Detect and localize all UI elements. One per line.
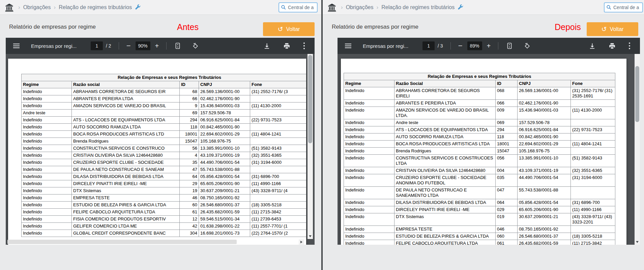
table-cell: Indefinido — [22, 180, 72, 187]
voltar-button[interactable]: ↺ Voltar — [263, 22, 315, 36]
toolbar-divider — [119, 42, 119, 50]
wrench-icon[interactable] — [457, 4, 464, 10]
table-cell: Indefinido — [344, 100, 394, 107]
table-cell: DE PAULA NETO CONSTRUCAO E SANEAMENTO LT… — [394, 187, 496, 199]
col-header-razao-social: Razão social — [72, 81, 180, 88]
zoom-out-icon[interactable]: − — [458, 41, 463, 50]
table-cell: 15047 — [496, 148, 518, 155]
table-cell: ESTUDIO DE BELEZA PIRES & GARCIA LTDA — [394, 233, 496, 240]
table-cell: (18) 3305-5218 — [250, 202, 306, 209]
scroll-down-button[interactable] — [635, 239, 640, 245]
print-icon[interactable] — [283, 42, 290, 50]
table-cell: Indefinido — [22, 124, 72, 131]
table-cell: 30.637.209/0001-21 — [199, 187, 250, 194]
table-cell: ESTUDIO DE BELEZA PIRES & GARCIA LTDA — [72, 202, 180, 209]
table-cell: (11) 4130-2000 — [571, 107, 615, 119]
search-icon — [606, 5, 612, 10]
breadcrumb-separator: › — [54, 4, 56, 11]
page-number-input[interactable]: 1 — [422, 41, 435, 50]
table-cell: 22.694.602/0001-29 — [518, 141, 571, 148]
scroll-down-button[interactable] — [308, 234, 313, 239]
toolbar-divider — [498, 42, 498, 50]
page-number-input[interactable]: 1 — [91, 41, 103, 50]
table-cell: (31) 3194-6000 — [571, 174, 615, 187]
fit-to-page-icon[interactable] — [174, 42, 181, 50]
table-cell: Indefinido — [344, 119, 394, 126]
table-row: IndefinidoCONSTRUCTIVA SERVICOS E CONSTR… — [22, 145, 306, 152]
more-vertical-icon[interactable] — [628, 42, 631, 50]
breadcrumb-item-obrigacoes[interactable]: Obrigações — [346, 4, 374, 10]
zoom-out-icon[interactable]: − — [126, 41, 131, 50]
print-icon[interactable] — [609, 42, 616, 50]
table-cell: 26.435.682/0001-59 — [518, 240, 571, 245]
voltar-button[interactable]: ↺ Voltar — [587, 22, 638, 36]
table-cell: DILASA DISTRIBUIDORA DE BEBIDAS LTDA — [72, 173, 180, 180]
voltar-label: Voltar — [286, 26, 300, 32]
table-cell: Indefinido — [22, 173, 72, 180]
horizontal-scrollbar[interactable] — [6, 239, 306, 245]
vertical-scrollbar-thumb[interactable] — [308, 55, 312, 143]
table-cell: Indefinido — [344, 213, 394, 226]
breadcrumb-separator: › — [18, 4, 20, 11]
table-row: IndefinidoAUTO SOCORRO RAMUZA LTDA11800.… — [22, 124, 306, 131]
table-cell — [250, 194, 306, 202]
table-row: IndefinidoAMAZON SERVICOS DE VAREJO DO B… — [344, 107, 615, 119]
table-row: IndefinidoFELIPE CABOCLO ARQUITETURA LTD… — [344, 240, 615, 245]
table-cell: 18001 — [496, 141, 518, 148]
hamburger-icon[interactable] — [13, 43, 20, 49]
vertical-scrollbar-thumb[interactable] — [635, 66, 639, 122]
zoom-level[interactable]: 90% — [136, 41, 150, 50]
vertical-scrollbar[interactable] — [308, 54, 313, 239]
scroll-right-button[interactable] — [299, 239, 304, 245]
zoom-in-icon[interactable]: + — [155, 42, 159, 50]
table-cell: 19 — [180, 187, 199, 194]
table-cell: CRISTIAN OLIVEIRA DA SILVA 12464428680 — [72, 152, 180, 159]
table-cell — [250, 95, 306, 102]
download-icon[interactable] — [589, 42, 596, 50]
wrench-icon[interactable] — [135, 4, 141, 10]
table-row: IndefinidoATS - LOCACOES DE EQUIPAMENTOS… — [344, 126, 615, 133]
breadcrumb-separator: › — [377, 4, 379, 11]
hamburger-icon[interactable] — [345, 43, 351, 49]
vertical-scrollbar[interactable] — [635, 54, 640, 245]
search-input[interactable]: Central de a — [279, 2, 318, 12]
table-cell: 29 — [180, 180, 199, 187]
zoom-in-icon[interactable]: + — [487, 42, 491, 50]
fit-to-page-icon[interactable] — [506, 42, 513, 50]
table-cell: 43.109.371/0001-19 — [199, 152, 250, 159]
more-vertical-icon[interactable] — [303, 42, 305, 50]
table-cell: DTX Sistemas — [394, 213, 496, 226]
table-cell: (18) 3305-5218 — [571, 233, 615, 240]
table-cell: 009 — [496, 107, 518, 119]
table-cell: 046 — [496, 226, 518, 233]
bank-icon[interactable] — [5, 3, 14, 12]
search-icon — [281, 5, 286, 10]
pdf-viewer: Empresas por regi... 1 / 3 − 89% + — [338, 38, 640, 245]
rotate-icon[interactable] — [523, 42, 531, 50]
table-cell: 029 — [496, 206, 518, 213]
search-input[interactable]: Central de a — [604, 2, 643, 12]
table-row: IndefinidoCRUZEIRO ESPORTE CLUBE - SOCIE… — [22, 159, 306, 166]
download-icon[interactable] — [263, 42, 270, 50]
horizontal-scrollbar-thumb[interactable] — [7, 240, 237, 244]
table-cell: 02.462.176/0001-90 — [199, 95, 250, 102]
table-cell: Indefinido — [22, 145, 72, 152]
table-cell: Indefinido — [344, 141, 394, 148]
table-cell: FELIPE CABOCLO ARQUITETURA LTDA — [72, 209, 180, 216]
table-cell: Indefinido — [344, 226, 394, 233]
report-table: Relação de Empresas e seus Regimes Tribu… — [21, 74, 306, 237]
table-row: IndefinidoDE PAULA NETO CONSTRUCAO E SAN… — [22, 166, 306, 173]
bank-icon[interactable] — [327, 3, 336, 12]
rotate-icon[interactable] — [192, 42, 199, 50]
table-cell: Indefinido — [22, 138, 72, 145]
pdf-viewer: Empresas por regi... 1 / 2 − 90% + — [6, 38, 315, 245]
table-cell: 061 — [496, 240, 518, 245]
table-cell: (31) 3194-6000 — [250, 159, 306, 166]
col-header-regime: Regime — [22, 81, 72, 88]
pdf-doc-title: Empresas por regi... — [363, 43, 408, 49]
table-cell: ABRANTES E PEREIRA LTDA — [72, 95, 180, 102]
table-row: IndefinidoDIRCELEY PINATTI IRIE EIRELI -… — [344, 206, 615, 213]
table-cell: 4 — [180, 152, 199, 159]
breadcrumb-item-obrigacoes[interactable]: Obrigações — [23, 4, 51, 10]
zoom-level[interactable]: 89% — [467, 41, 482, 50]
